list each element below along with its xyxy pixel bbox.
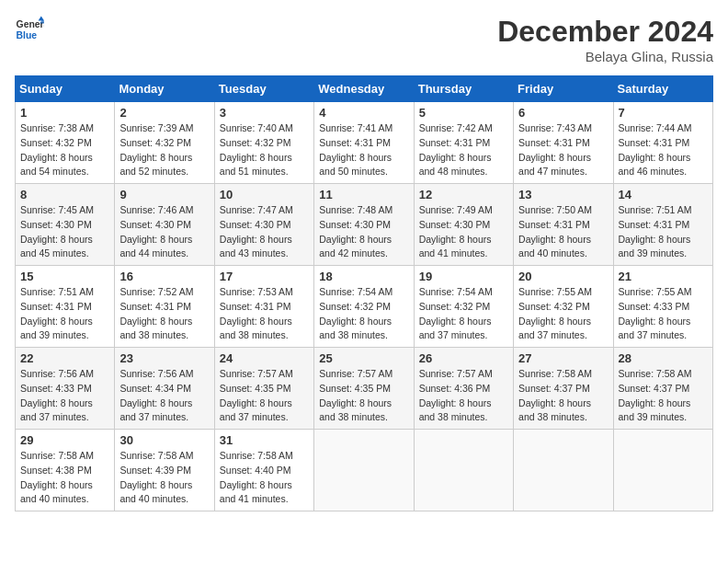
day-number: 27 [518,351,608,365]
day-number: 21 [619,270,708,283]
calendar-cell [613,430,712,511]
day-number: 22 [20,351,109,365]
day-info: Sunrise: 7:56 AMSunset: 4:33 PMDaylight:… [20,367,109,425]
day-info: Sunrise: 7:38 AMSunset: 4:32 PMDaylight:… [20,121,109,179]
calendar-cell: 23Sunrise: 7:56 AMSunset: 4:34 PMDayligh… [115,348,214,430]
day-number: 31 [220,433,309,447]
calendar-cell: 21Sunrise: 7:55 AMSunset: 4:33 PMDayligh… [613,266,712,348]
svg-text:General: General [17,19,44,29]
day-number: 4 [319,106,408,120]
calendar-week-row: 15Sunrise: 7:51 AMSunset: 4:31 PMDayligh… [16,266,713,348]
calendar-cell: 1Sunrise: 7:38 AMSunset: 4:32 PMDaylight… [16,102,115,184]
calendar-cell: 7Sunrise: 7:44 AMSunset: 4:31 PMDaylight… [613,102,712,184]
day-info: Sunrise: 7:54 AMSunset: 4:32 PMDaylight:… [319,285,408,343]
calendar-cell: 4Sunrise: 7:41 AMSunset: 4:31 PMDaylight… [314,102,414,184]
day-info: Sunrise: 7:47 AMSunset: 4:30 PMDaylight:… [220,203,309,261]
weekday-header: Saturday [613,76,712,102]
day-number: 5 [419,106,508,120]
day-number: 11 [319,188,408,201]
day-number: 12 [419,188,508,201]
day-number: 14 [619,188,708,201]
calendar-cell: 25Sunrise: 7:57 AMSunset: 4:35 PMDayligh… [314,348,414,430]
day-info: Sunrise: 7:56 AMSunset: 4:34 PMDaylight:… [119,367,209,425]
calendar-cell: 13Sunrise: 7:50 AMSunset: 4:31 PMDayligh… [514,184,613,266]
calendar-cell: 11Sunrise: 7:48 AMSunset: 4:30 PMDayligh… [314,184,414,266]
calendar-cell: 27Sunrise: 7:58 AMSunset: 4:37 PMDayligh… [514,348,613,430]
calendar-cell: 31Sunrise: 7:58 AMSunset: 4:40 PMDayligh… [214,430,313,511]
day-info: Sunrise: 7:58 AMSunset: 4:40 PMDaylight:… [220,449,309,507]
logo: General Blue [15,15,44,44]
svg-text:Blue: Blue [17,30,38,40]
day-info: Sunrise: 7:43 AMSunset: 4:31 PMDaylight:… [518,121,608,179]
day-number: 6 [518,106,608,120]
calendar-cell: 26Sunrise: 7:57 AMSunset: 4:36 PMDayligh… [414,348,513,430]
day-info: Sunrise: 7:57 AMSunset: 4:36 PMDaylight:… [419,367,508,425]
calendar-cell: 5Sunrise: 7:42 AMSunset: 4:31 PMDaylight… [414,102,513,184]
calendar-cell: 22Sunrise: 7:56 AMSunset: 4:33 PMDayligh… [16,348,115,430]
calendar-cell: 28Sunrise: 7:58 AMSunset: 4:37 PMDayligh… [613,348,712,430]
calendar-cell: 17Sunrise: 7:53 AMSunset: 4:31 PMDayligh… [214,266,313,348]
day-info: Sunrise: 7:57 AMSunset: 4:35 PMDaylight:… [220,367,309,425]
day-number: 23 [119,351,209,365]
day-number: 15 [20,270,109,283]
logo-icon: General Blue [15,15,44,44]
day-number: 19 [419,270,508,283]
weekday-header: Friday [514,76,613,102]
page-header: General Blue December 2024 Belaya Glina,… [15,15,713,64]
calendar-week-row: 8Sunrise: 7:45 AMSunset: 4:30 PMDaylight… [16,184,713,266]
day-info: Sunrise: 7:58 AMSunset: 4:38 PMDaylight:… [20,449,109,507]
calendar-cell: 16Sunrise: 7:52 AMSunset: 4:31 PMDayligh… [115,266,214,348]
day-info: Sunrise: 7:50 AMSunset: 4:31 PMDaylight:… [518,203,608,261]
day-number: 20 [518,270,608,283]
day-number: 16 [119,270,209,283]
day-number: 25 [319,351,408,365]
calendar-cell: 29Sunrise: 7:58 AMSunset: 4:38 PMDayligh… [16,430,115,511]
day-info: Sunrise: 7:58 AMSunset: 4:39 PMDaylight:… [119,449,209,507]
day-info: Sunrise: 7:52 AMSunset: 4:31 PMDaylight:… [119,285,209,343]
calendar-header-row: SundayMondayTuesdayWednesdayThursdayFrid… [16,76,713,102]
day-info: Sunrise: 7:48 AMSunset: 4:30 PMDaylight:… [319,203,408,261]
day-number: 29 [20,433,109,447]
day-info: Sunrise: 7:51 AMSunset: 4:31 PMDaylight:… [619,203,708,261]
day-number: 17 [220,270,309,283]
calendar-cell: 20Sunrise: 7:55 AMSunset: 4:32 PMDayligh… [514,266,613,348]
calendar-cell [314,430,414,511]
calendar-cell: 18Sunrise: 7:54 AMSunset: 4:32 PMDayligh… [314,266,414,348]
day-number: 26 [419,351,508,365]
day-number: 18 [319,270,408,283]
day-number: 9 [119,188,209,201]
day-info: Sunrise: 7:57 AMSunset: 4:35 PMDaylight:… [319,367,408,425]
calendar-cell: 10Sunrise: 7:47 AMSunset: 4:30 PMDayligh… [214,184,313,266]
calendar-cell: 14Sunrise: 7:51 AMSunset: 4:31 PMDayligh… [613,184,712,266]
day-number: 3 [220,106,309,120]
svg-marker-2 [39,17,44,21]
calendar-cell [514,430,613,511]
day-info: Sunrise: 7:41 AMSunset: 4:31 PMDaylight:… [319,121,408,179]
day-number: 2 [119,106,209,120]
month-title: December 2024 [497,15,713,49]
day-info: Sunrise: 7:53 AMSunset: 4:31 PMDaylight:… [220,285,309,343]
calendar-cell: 9Sunrise: 7:46 AMSunset: 4:30 PMDaylight… [115,184,214,266]
day-info: Sunrise: 7:58 AMSunset: 4:37 PMDaylight:… [619,367,708,425]
day-number: 30 [119,433,209,447]
day-info: Sunrise: 7:46 AMSunset: 4:30 PMDaylight:… [119,203,209,261]
calendar-cell: 19Sunrise: 7:54 AMSunset: 4:32 PMDayligh… [414,266,513,348]
calendar-cell: 30Sunrise: 7:58 AMSunset: 4:39 PMDayligh… [115,430,214,511]
day-info: Sunrise: 7:51 AMSunset: 4:31 PMDaylight:… [20,285,109,343]
location: Belaya Glina, Russia [497,49,713,64]
calendar-cell [414,430,513,511]
day-info: Sunrise: 7:58 AMSunset: 4:37 PMDaylight:… [518,367,608,425]
day-info: Sunrise: 7:54 AMSunset: 4:32 PMDaylight:… [419,285,508,343]
calendar-cell: 15Sunrise: 7:51 AMSunset: 4:31 PMDayligh… [16,266,115,348]
weekday-header: Wednesday [314,76,414,102]
calendar-week-row: 29Sunrise: 7:58 AMSunset: 4:38 PMDayligh… [16,430,713,511]
day-number: 10 [220,188,309,201]
calendar-cell: 2Sunrise: 7:39 AMSunset: 4:32 PMDaylight… [115,102,214,184]
calendar-cell: 6Sunrise: 7:43 AMSunset: 4:31 PMDaylight… [514,102,613,184]
day-info: Sunrise: 7:39 AMSunset: 4:32 PMDaylight:… [119,121,209,179]
weekday-header: Tuesday [214,76,313,102]
calendar-cell: 12Sunrise: 7:49 AMSunset: 4:30 PMDayligh… [414,184,513,266]
weekday-header: Thursday [414,76,513,102]
calendar-week-row: 1Sunrise: 7:38 AMSunset: 4:32 PMDaylight… [16,102,713,184]
weekday-header: Monday [115,76,214,102]
